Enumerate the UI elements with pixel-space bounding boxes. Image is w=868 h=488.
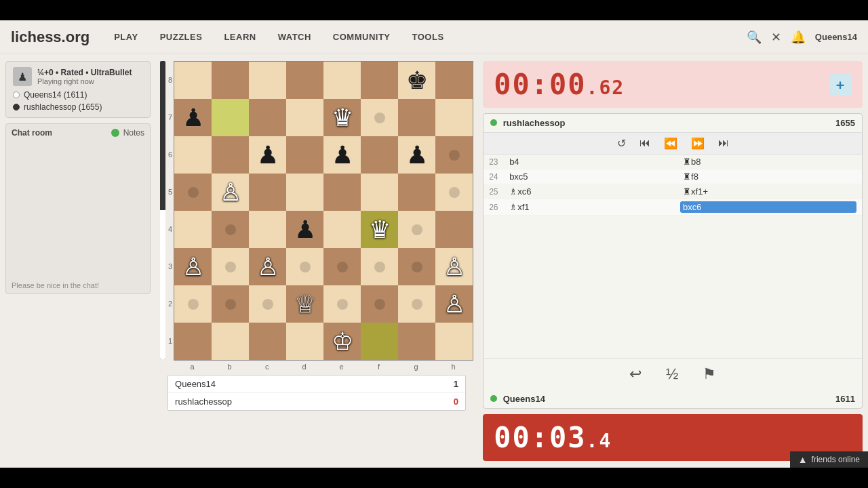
- nav-puzzles[interactable]: PUZZLES: [156, 29, 207, 45]
- square-h1[interactable]: [435, 323, 473, 360]
- square-c3[interactable]: ♙: [249, 248, 286, 285]
- square-d2[interactable]: ♕: [286, 285, 323, 323]
- square-h7[interactable]: [435, 99, 473, 136]
- move-ctrl-end[interactable]: ⏭: [714, 136, 733, 151]
- square-e3[interactable]: [323, 248, 361, 285]
- square-f2[interactable]: [361, 285, 398, 323]
- square-a7[interactable]: ♟: [174, 99, 212, 136]
- flag-button[interactable]: ⚑: [697, 363, 722, 386]
- square-a2[interactable]: [174, 285, 212, 323]
- square-c7[interactable]: [249, 99, 286, 136]
- square-f3[interactable]: [361, 248, 398, 285]
- search-icon[interactable]: 🔍: [747, 30, 762, 45]
- move-26-white[interactable]: ♗xf1: [509, 202, 680, 212]
- friends-bar-icon: ▲: [798, 454, 808, 465]
- bell-icon[interactable]: 🔔: [791, 30, 806, 45]
- square-h8[interactable]: [435, 62, 473, 99]
- square-e5[interactable]: [323, 174, 361, 211]
- nav-watch[interactable]: WATCH: [274, 29, 315, 45]
- square-b1[interactable]: [212, 323, 249, 360]
- square-a4[interactable]: [174, 211, 212, 248]
- square-h4[interactable]: [435, 211, 473, 248]
- square-a6[interactable]: [174, 136, 212, 174]
- move-ctrl-back[interactable]: ⏪: [660, 136, 682, 151]
- white-dot: [13, 92, 20, 98]
- square-c4[interactable]: [249, 211, 286, 248]
- draw-button[interactable]: ½: [660, 363, 684, 386]
- nav-tools[interactable]: TOOLS: [408, 29, 448, 45]
- square-d7[interactable]: [286, 99, 323, 136]
- move-26-black[interactable]: bxc6: [680, 201, 856, 213]
- square-g5[interactable]: [398, 174, 435, 211]
- move-ctrl-forward[interactable]: ⏩: [687, 136, 709, 151]
- square-c6[interactable]: ♟: [249, 136, 286, 174]
- square-g2[interactable]: [398, 285, 435, 323]
- square-g6[interactable]: ♟: [398, 136, 435, 174]
- square-b7[interactable]: [212, 99, 249, 136]
- notes-button[interactable]: Notes: [123, 128, 144, 138]
- square-b6[interactable]: [212, 136, 249, 174]
- chat-messages: [12, 142, 144, 277]
- square-e4[interactable]: [323, 211, 361, 248]
- move-24-white[interactable]: bxc5: [509, 171, 683, 182]
- square-d4[interactable]: ♟: [286, 211, 323, 248]
- square-c8[interactable]: [249, 62, 286, 99]
- move-23-black[interactable]: ♜b8: [683, 157, 856, 167]
- square-g1[interactable]: [398, 323, 435, 360]
- nav-learn[interactable]: LEARN: [220, 29, 260, 45]
- move-dot: [374, 299, 385, 310]
- square-d6[interactable]: [286, 136, 323, 174]
- square-g7[interactable]: [398, 99, 435, 136]
- square-b4[interactable]: [212, 211, 249, 248]
- square-b5[interactable]: ♙: [212, 174, 249, 211]
- square-f8[interactable]: [361, 62, 398, 99]
- nav-play[interactable]: PLAY: [110, 29, 142, 45]
- square-h3[interactable]: ♙: [435, 248, 473, 285]
- nav-username[interactable]: Queens14: [815, 32, 857, 42]
- square-g3[interactable]: [398, 248, 435, 285]
- square-c5[interactable]: [249, 174, 286, 211]
- square-e2[interactable]: [323, 285, 361, 323]
- square-d8[interactable]: [286, 62, 323, 99]
- square-e7[interactable]: ♛: [323, 99, 361, 136]
- square-a3[interactable]: ♙: [174, 248, 212, 285]
- square-d5[interactable]: [286, 174, 323, 211]
- square-h6[interactable]: [435, 136, 473, 174]
- square-f6[interactable]: [361, 136, 398, 174]
- move-25-white[interactable]: ♗xc6: [509, 186, 683, 197]
- undo-button[interactable]: ↩: [624, 363, 647, 386]
- move-ctrl-start[interactable]: ⏮: [635, 136, 654, 151]
- move-ctrl-reset[interactable]: ↺: [613, 136, 630, 151]
- close-icon[interactable]: ✕: [771, 30, 781, 45]
- chess-board[interactable]: ♚♟♛♟♟♟♙♟♛♙♙♙♕♙♔: [174, 61, 473, 361]
- square-f5[interactable]: [361, 174, 398, 211]
- move-23-white[interactable]: b4: [509, 157, 683, 167]
- add-time-button[interactable]: +: [830, 74, 852, 96]
- square-f1[interactable]: [361, 323, 398, 360]
- square-b2[interactable]: [212, 285, 249, 323]
- square-a1[interactable]: [174, 323, 212, 360]
- square-f4[interactable]: ♛: [361, 211, 398, 248]
- square-h2[interactable]: ♙: [435, 285, 473, 323]
- square-e1[interactable]: ♔: [323, 323, 361, 360]
- square-d1[interactable]: [286, 323, 323, 360]
- move-24-black[interactable]: ♜f8: [683, 171, 856, 182]
- square-a5[interactable]: [174, 174, 212, 211]
- square-g8[interactable]: ♚: [398, 62, 435, 99]
- square-a8[interactable]: [174, 62, 212, 99]
- square-d3[interactable]: [286, 248, 323, 285]
- square-c1[interactable]: [249, 323, 286, 360]
- nav-community[interactable]: COMMUNITY: [329, 29, 395, 45]
- square-c2[interactable]: [249, 285, 286, 323]
- square-e6[interactable]: ♟: [323, 136, 361, 174]
- square-h5[interactable]: [435, 174, 473, 211]
- move-dot: [300, 262, 311, 272]
- square-f7[interactable]: [361, 99, 398, 136]
- square-e8[interactable]: [323, 62, 361, 99]
- friends-bar[interactable]: ▲ friends online: [790, 451, 868, 468]
- logo[interactable]: lichess.org: [11, 28, 90, 46]
- square-b8[interactable]: [212, 62, 249, 99]
- square-b3[interactable]: [212, 248, 249, 285]
- move-25-black[interactable]: ♜xf1+: [683, 186, 856, 197]
- square-g4[interactable]: [398, 211, 435, 248]
